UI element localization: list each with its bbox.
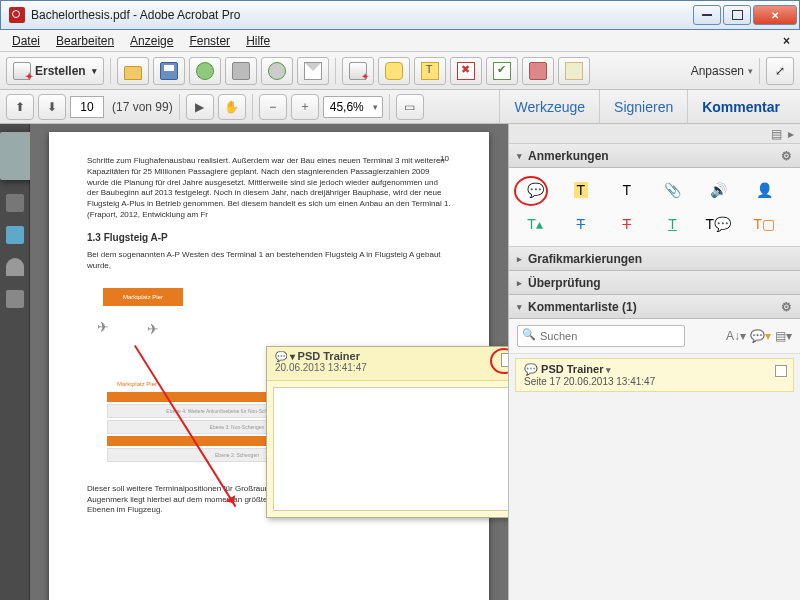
tool-insert-text[interactable]: T▴ (521, 212, 549, 236)
mail-icon (304, 62, 322, 80)
hand-tool-button[interactable]: ✋ (218, 94, 246, 120)
comment-search-input[interactable] (517, 325, 685, 347)
comment-item-checkbox[interactable] (775, 365, 787, 377)
reject-icon (457, 62, 475, 80)
page-count-label: (17 von 99) (112, 100, 173, 114)
share-button[interactable] (261, 57, 293, 85)
textbox-icon: T▢ (753, 216, 775, 232)
panel-handle-icon[interactable]: ▤ (771, 127, 782, 141)
document-viewport[interactable]: 10 Schritte zum Flughafenausbau realisie… (30, 124, 508, 600)
sign-button[interactable] (558, 57, 590, 85)
comment-item-author: PSD Trainer (524, 363, 785, 376)
text-icon: T (622, 182, 631, 198)
paperclip-icon: 📎 (664, 182, 681, 198)
panel-collapse-icon[interactable]: ▸ (788, 127, 794, 141)
approve-button[interactable] (486, 57, 518, 85)
menu-bar: Datei Bearbeiten Anzeige Fenster Hilfe × (0, 30, 800, 52)
highlight-button[interactable] (414, 57, 446, 85)
export-icon (349, 62, 367, 80)
tool-textbox[interactable]: T▢ (750, 212, 778, 236)
gear-icon[interactable]: ⚙ (781, 300, 792, 314)
underline-icon: T (668, 216, 677, 232)
export-button[interactable] (342, 57, 374, 85)
tool-replace-text[interactable]: T (567, 212, 595, 236)
pages-icon[interactable] (6, 194, 24, 212)
sort-button[interactable]: A↓▾ (726, 329, 746, 343)
zoom-in-button[interactable]: ＋ (291, 94, 319, 120)
save-button[interactable] (153, 57, 185, 85)
gear-icon[interactable]: ⚙ (781, 149, 792, 163)
diagram-1: Marktplatz Pier ✈ ✈ (87, 278, 451, 348)
tool-stamp[interactable]: 👤 (750, 178, 778, 202)
print-button[interactable] (225, 57, 257, 85)
tool-underline[interactable]: T (658, 212, 686, 236)
annotation-tools: 💬 T T 📎 🔊 👤 T▴ T T T T💬 T▢ (509, 168, 800, 247)
section-comment-list[interactable]: Kommentarliste (1)⚙ (509, 295, 800, 319)
print-icon (232, 62, 250, 80)
section-annotations[interactable]: Anmerkungen⚙ (509, 144, 800, 168)
window-maximize-button[interactable] (723, 5, 751, 25)
bubble-icon (385, 62, 403, 80)
create-button[interactable]: Erstellen (6, 57, 104, 85)
tool-text[interactable]: T (613, 178, 641, 202)
comment-list-item[interactable]: PSD Trainer Seite 17 20.06.2013 13:41:47 (515, 358, 794, 392)
tool-attach[interactable]: 📎 (658, 178, 686, 202)
comment-search-row: A↓▾ 💬▾ ▤▾ (509, 319, 800, 354)
open-button[interactable] (117, 57, 149, 85)
comment-popup-header[interactable]: PSD Trainer 20.06.2013 13:41:47 (267, 347, 508, 381)
window-close-button[interactable] (753, 5, 797, 25)
doc-close-button[interactable]: × (775, 32, 796, 50)
menu-edit[interactable]: Bearbeiten (48, 32, 122, 50)
cloud-button[interactable] (189, 57, 221, 85)
reject-button[interactable] (450, 57, 482, 85)
body-text: Bei dem sogenannten A-P Westen des Termi… (87, 250, 451, 272)
customize-label[interactable]: Anpassen (691, 64, 744, 78)
tab-sign[interactable]: Signieren (599, 90, 687, 124)
tool-audio[interactable]: 🔊 (704, 178, 732, 202)
zoom-out-button[interactable]: − (259, 94, 287, 120)
attachments-icon[interactable] (6, 258, 24, 276)
tool-sticky-note[interactable]: 💬 (521, 178, 549, 202)
section-review[interactable]: Überprüfung (509, 271, 800, 295)
menu-window[interactable]: Fenster (181, 32, 238, 50)
speaker-icon: 🔊 (710, 182, 727, 198)
cloud-icon (196, 62, 214, 80)
page-number-input[interactable] (70, 96, 104, 118)
tool-strikethrough[interactable]: T (613, 212, 641, 236)
window-titlebar: Bachelorthesis.pdf - Adobe Acrobat Pro (0, 0, 800, 30)
options-button[interactable]: ▤▾ (775, 329, 792, 343)
select-tool-button[interactable]: ▶ (186, 94, 214, 120)
save-icon (160, 62, 178, 80)
fullscreen-button[interactable]: ⤢ (766, 57, 794, 85)
highlight-icon (421, 62, 439, 80)
plane-icon: ✈ (97, 318, 109, 337)
view-mode-button[interactable]: ▭ (396, 94, 424, 120)
heading: 1.3 Flugsteig A-P (87, 231, 451, 245)
tool-highlight[interactable]: T (567, 178, 595, 202)
tab-tools[interactable]: Werkzeuge (499, 90, 599, 124)
tab-comment[interactable]: Kommentar (687, 90, 794, 124)
comment-popup[interactable]: PSD Trainer 20.06.2013 13:41:47 ◢ (266, 346, 508, 518)
tool-text-note[interactable]: T💬 (704, 212, 732, 236)
new-doc-icon (13, 62, 31, 80)
approve-icon (493, 62, 511, 80)
email-button[interactable] (297, 57, 329, 85)
menu-help[interactable]: Hilfe (238, 32, 278, 50)
section-graphic[interactable]: Grafikmarkierungen (509, 247, 800, 271)
comment-textarea[interactable] (273, 387, 508, 511)
signatures-icon[interactable] (6, 290, 24, 308)
comment-item-meta: Seite 17 20.06.2013 13:41:47 (524, 376, 785, 387)
menu-file[interactable]: Datei (4, 32, 48, 50)
menu-view[interactable]: Anzeige (122, 32, 181, 50)
stamp-button[interactable] (522, 57, 554, 85)
prev-page-button[interactable]: ⬆ (6, 94, 34, 120)
share-icon (268, 62, 286, 80)
comment-minimize-button[interactable] (501, 353, 508, 367)
filter-button[interactable]: 💬▾ (750, 329, 771, 343)
bookmarks-icon[interactable] (6, 226, 24, 244)
stamp-icon: 👤 (756, 182, 773, 198)
next-page-button[interactable]: ⬇ (38, 94, 66, 120)
window-minimize-button[interactable] (693, 5, 721, 25)
sticky-note-button[interactable] (378, 57, 410, 85)
zoom-select[interactable]: 45,6% (323, 96, 383, 118)
